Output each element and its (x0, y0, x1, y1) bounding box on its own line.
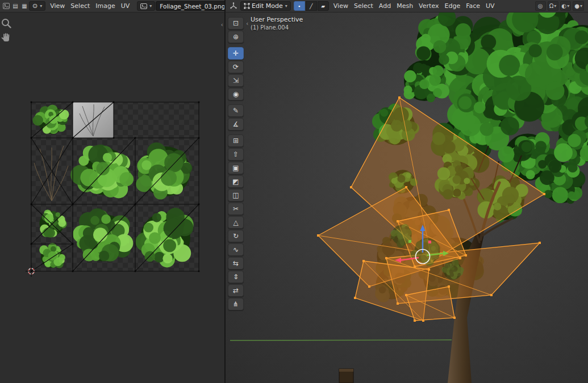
viewport-3d-canvas[interactable] (226, 12, 588, 383)
tool-smooth-button[interactable]: ∿ (228, 243, 244, 256)
viewport-header-right-icons: ◎Ω▾◐▾●▾ (535, 1, 588, 11)
tool-move-button[interactable]: ✛ (228, 47, 244, 60)
image-editor-icon (3, 2, 10, 10)
chevron-down-icon: ▾ (580, 3, 582, 9)
tool-add-cube-button[interactable]: ⊞ (228, 134, 244, 147)
proportional-editing-icon[interactable]: ◎ (535, 1, 546, 11)
vp-menu-add[interactable]: Add (376, 1, 394, 11)
uv-editor-header: ▤ ▦ ⊙ ▾ ViewSelectImageUV ▾ Foliage_Shee… (0, 0, 224, 12)
zoom-icon[interactable] (0, 17, 12, 30)
select-mode-face-button[interactable]: ▰ (318, 1, 329, 11)
vp-menu-edge[interactable]: Edge (441, 1, 463, 11)
chevron-down-icon: ▾ (285, 3, 287, 9)
image-name: Foliage_Sheet_03.png (160, 3, 224, 10)
viewport-toolbar: ⊡⊕✛⟳⇲◉✎∡⊞⇧▣◩◫✂△↻∿⇆⇕⇄⋔ (228, 17, 245, 314)
edit-mode-icon (244, 3, 250, 9)
toolbar-collapse-chevron[interactable]: ‹ (246, 20, 248, 27)
uv-menu-image[interactable]: Image (93, 1, 118, 11)
tool-loop-cut-button[interactable]: ◫ (228, 189, 244, 201)
tool-shear-button[interactable]: ⇄ (228, 284, 244, 297)
image-name-field[interactable]: Foliage_Sheet_03.png (156, 1, 224, 11)
uv-editor-canvas[interactable] (0, 12, 224, 383)
uv-menubar: ViewSelectImageUV (47, 1, 132, 11)
uv-editor-region[interactable]: ‹ (0, 12, 224, 383)
tool-knife-button[interactable]: ✂ (228, 203, 244, 215)
tool-rotate-button[interactable]: ⟳ (228, 61, 244, 73)
chevron-down-icon: ▾ (567, 3, 569, 9)
chevron-down-icon: ▾ (149, 3, 152, 9)
tool-rip-region-button[interactable]: ⋔ (228, 298, 244, 310)
vp-menubar: ViewSelectAddMeshVertexEdgeFaceUV (331, 1, 498, 11)
select-mode-vertex-button[interactable]: ∙ (294, 1, 305, 11)
snap-magnet-icon[interactable]: Ω▾ (548, 1, 558, 11)
select-mode-edge-button[interactable]: ╱ (306, 1, 317, 11)
image-datablock: ▾ Foliage_Sheet_03.png ❐ ✕ (137, 1, 224, 11)
uv-menu-uv[interactable]: UV (118, 1, 133, 11)
pivot-icon: ⊙ (32, 2, 37, 10)
tool-spin-button[interactable]: ↻ (228, 230, 244, 242)
uv-menu-select[interactable]: Select (68, 1, 93, 11)
tool-transform-button[interactable]: ◉ (228, 88, 244, 100)
vp-menu-mesh[interactable]: Mesh (394, 1, 416, 11)
vp-menu-view[interactable]: View (331, 1, 351, 11)
region-collapse-chevron[interactable]: ‹ (221, 22, 223, 28)
tool-extrude-region-button[interactable]: ⇧ (228, 148, 244, 161)
pan-hand-icon[interactable] (0, 32, 12, 44)
viewport-editor-icon (230, 2, 237, 10)
grid-y-axis-line (230, 340, 452, 340)
tool-cursor-button[interactable]: ⊕ (228, 31, 244, 43)
vp-menu-select[interactable]: Select (351, 1, 376, 11)
vp-menu-uv[interactable]: UV (483, 1, 498, 11)
tool-shrink-fatten-button[interactable]: ⇕ (228, 271, 244, 283)
mode-selector-dropdown[interactable]: Edit Mode ▾ (240, 1, 291, 11)
viewport-3d-region[interactable]: ⊡⊕✛⟳⇲◉✎∡⊞⇧▣◩◫✂△↻∿⇆⇕⇄⋔ User Perspective (… (224, 12, 588, 383)
browse-image-button[interactable]: ▾ (137, 1, 155, 11)
pivot-dropdown[interactable]: ⊙ ▾ (29, 1, 45, 11)
tool-select-box-button[interactable]: ⊡ (228, 17, 244, 30)
viewport-3d-header: Edit Mode ▾ ∙╱▰ ViewSelectAddMeshVertexE… (224, 0, 588, 12)
display-channels-icon[interactable]: ▤ (11, 1, 20, 11)
image-browse-icon (140, 3, 147, 9)
tool-bevel-button[interactable]: ◩ (228, 175, 244, 188)
tool-measure-button[interactable]: ∡ (228, 118, 244, 131)
chevron-down-icon: ▾ (554, 3, 556, 9)
viewport-shading-icon[interactable]: ●▾ (573, 1, 584, 11)
tool-scale-button[interactable]: ⇲ (228, 74, 244, 87)
chevron-down-icon: ▾ (40, 3, 42, 9)
image-pin-icon[interactable]: ▦ (20, 1, 29, 11)
mode-label: Edit Mode (252, 2, 283, 10)
fence-post (339, 369, 353, 383)
blender-window: ▤ ▦ ⊙ ▾ ViewSelectImageUV ▾ Foliage_Shee… (0, 0, 588, 383)
tool-inset-faces-button[interactable]: ▣ (228, 162, 244, 174)
uv-menu-view[interactable]: View (47, 1, 68, 11)
editor-type-image-icon[interactable] (2, 1, 11, 11)
overlays-icon[interactable]: ◐▾ (560, 1, 572, 11)
editor-type-3d-viewport-icon[interactable] (228, 1, 239, 11)
tool-annotate-button[interactable]: ✎ (228, 104, 244, 117)
mesh-select-mode-buttons: ∙╱▰ (294, 1, 329, 11)
tool-poly-build-button[interactable]: △ (228, 216, 244, 229)
tool-edge-slide-button[interactable]: ⇆ (228, 257, 244, 270)
vp-menu-vertex[interactable]: Vertex (416, 1, 441, 11)
vp-menu-face[interactable]: Face (463, 1, 483, 11)
